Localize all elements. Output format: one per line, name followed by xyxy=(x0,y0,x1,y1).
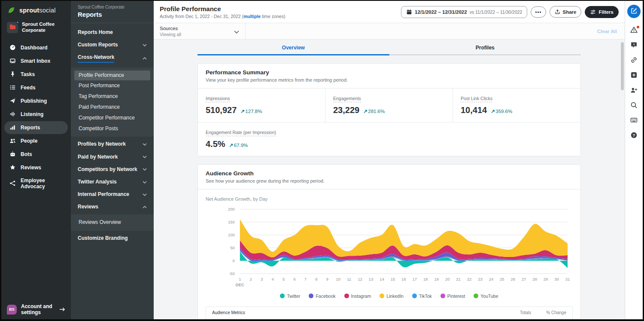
header-actions: 12/1/2022 – 12/31/2022 vs 11/1/2022 – 11… xyxy=(401,6,619,18)
chart-svg: 200150100500-501234567891011121314151617… xyxy=(206,202,573,292)
reports-nav-competitors-by-network[interactable]: Competitors by Network xyxy=(71,163,154,176)
legend-twitter[interactable]: Twitter xyxy=(280,293,300,299)
reports-nav-label: Reviews xyxy=(78,204,98,210)
svg-text:28: 28 xyxy=(532,277,537,281)
reports-nav-item-competitor-performance[interactable]: Competitor Performance xyxy=(74,113,150,123)
svg-text:DEC: DEC xyxy=(236,282,244,287)
svg-text:100: 100 xyxy=(228,232,235,237)
account-switcher[interactable]: Sprout Coffee Corporate xyxy=(1,17,71,39)
dashboard-icon xyxy=(9,44,16,51)
filters-button[interactable]: Filters xyxy=(585,6,619,18)
vertical-scrollbar[interactable] xyxy=(621,42,624,90)
add-widget-icon xyxy=(630,71,638,80)
reports-nav-item-post-performance[interactable]: Post Performance xyxy=(74,81,150,91)
multiple-timezones-link[interactable]: multiple xyxy=(243,14,261,19)
net-audience-growth-chart[interactable]: 200150100500-501234567891011121314151617… xyxy=(206,202,573,292)
clear-all-button[interactable]: Clear All xyxy=(597,29,625,34)
svg-text:17: 17 xyxy=(413,277,417,281)
sliders-icon xyxy=(590,9,596,15)
sidebar-item-listening[interactable]: Listening xyxy=(4,108,68,121)
performance-summary-card: Performance Summary View your key profil… xyxy=(197,63,581,156)
logo-text: sproutsocial xyxy=(19,7,56,14)
reports-nav-item-profile-performance[interactable]: Profile Performance xyxy=(74,70,150,81)
metric-label[interactable]: Engagements xyxy=(333,96,361,102)
area-linkedin xyxy=(240,219,568,257)
alert-triangle-button[interactable] xyxy=(630,27,638,34)
legend-linkedin[interactable]: LinkedIn xyxy=(380,293,404,299)
svg-text:50: 50 xyxy=(230,245,235,250)
svg-text:?: ? xyxy=(633,132,635,137)
more-options-button[interactable]: ••• xyxy=(531,6,546,18)
legend-pinterest[interactable]: Pinterest xyxy=(440,293,465,299)
share-button[interactable]: Share xyxy=(550,6,582,18)
reports-nav-reports-home[interactable]: Reports Home xyxy=(71,26,154,39)
chart-legend: TwitterFacebookInstagramLinkedInTikTokPi… xyxy=(206,292,573,304)
reports-nav-custom-reports[interactable]: Custom Reports xyxy=(71,39,154,51)
sidebar-item-label: Feeds xyxy=(21,85,36,91)
sidebar-item-label: Bots xyxy=(21,151,32,157)
reports-nav-customize-branding[interactable]: Customize Branding xyxy=(71,232,154,245)
robot-icon xyxy=(9,151,16,158)
reports-nav-internal-performance[interactable]: Internal Performance xyxy=(71,188,154,201)
keyboard-button[interactable] xyxy=(630,117,638,125)
feedback-bubble-button[interactable] xyxy=(630,42,638,49)
svg-text:15: 15 xyxy=(391,277,395,281)
account-and-settings[interactable]: BS Account and settings xyxy=(1,300,71,319)
reports-nav-item-competitor-posts[interactable]: Competitor Posts xyxy=(74,124,150,134)
compose-icon xyxy=(631,7,638,16)
legend-instagram[interactable]: Instagram xyxy=(344,293,371,299)
sources-dropdown[interactable]: Sources Viewing all xyxy=(160,23,246,39)
sidebar-item-people[interactable]: People xyxy=(4,135,68,147)
reports-nav-reviews[interactable]: Reviews xyxy=(71,201,154,213)
sidebar-item-feeds[interactable]: Feeds xyxy=(4,81,68,94)
svg-text:200: 200 xyxy=(228,207,235,211)
legend-facebook[interactable]: Facebook xyxy=(309,293,335,299)
metric-value: 510,927↗127.8% xyxy=(206,105,317,115)
paper-plane-icon xyxy=(9,98,16,104)
metric-engagement-rate-per-impression: Engagement Rate (per Impression)4.5%↗67.… xyxy=(198,122,325,156)
legend-tiktok[interactable]: TikTok xyxy=(412,293,432,299)
metric-label[interactable]: Impressions xyxy=(206,96,230,102)
reports-nav-item-reviews-overview[interactable]: Reviews Overview xyxy=(74,217,150,228)
svg-text:22: 22 xyxy=(467,277,472,281)
svg-text:16: 16 xyxy=(401,277,406,281)
sidebar-item-smart-inbox[interactable]: Smart Inbox xyxy=(4,55,68,67)
reports-nav-subsection: Profile PerformancePost PerformanceTag P… xyxy=(71,67,154,137)
performance-summary-subtitle: View your key profile performance metric… xyxy=(206,77,573,83)
compose-button[interactable] xyxy=(627,5,641,18)
filters-bar: Sources Viewing all Clear All xyxy=(154,23,625,40)
reports-nav-profiles-by-network[interactable]: Profiles by Network xyxy=(71,138,154,150)
metric-label[interactable]: Post Link Clicks xyxy=(461,96,492,102)
legend-dot-twitter xyxy=(280,293,285,298)
sidebar-item-bots[interactable]: Bots xyxy=(4,148,68,161)
sidebar-item-reviews[interactable]: Reviews xyxy=(4,161,68,174)
add-widget-button[interactable] xyxy=(630,72,638,79)
equalizer-icon xyxy=(9,111,16,118)
svg-text:10: 10 xyxy=(336,277,341,281)
reports-nav-label: Paid by Network xyxy=(78,154,118,160)
pin-icon xyxy=(9,71,16,78)
sidebar-item-tasks[interactable]: Tasks xyxy=(4,68,68,81)
legend-youtube[interactable]: YouTube xyxy=(474,293,498,299)
help-button[interactable]: ? xyxy=(630,132,638,140)
reports-nav-item-tag-performance[interactable]: Tag Performance xyxy=(74,92,150,102)
invite-people-button[interactable] xyxy=(630,87,638,95)
metric-label[interactable]: Engagement Rate (per Impression) xyxy=(206,130,276,136)
tab-profiles[interactable]: Profiles xyxy=(389,42,581,55)
sidebar-item-publishing[interactable]: Publishing xyxy=(4,95,68,107)
reports-nav-cross-network[interactable]: Cross-Network xyxy=(71,51,154,66)
sidebar-item-label: People xyxy=(21,138,37,144)
search-button[interactable] xyxy=(630,102,638,110)
sidebar-item-dashboard[interactable]: Dashboard xyxy=(4,41,68,54)
reports-nav-twitter-analysis[interactable]: Twitter Analysis xyxy=(71,176,154,188)
reports-nav-paid-by-network[interactable]: Paid by Network xyxy=(71,151,154,163)
link-button[interactable] xyxy=(630,57,638,64)
sidebar-item-employee-advocacy[interactable]: Employee Advocacy xyxy=(4,174,68,193)
tab-overview[interactable]: Overview xyxy=(197,42,389,55)
sprout-logo[interactable]: sproutsocial xyxy=(1,1,71,17)
reports-nav-item-paid-performance[interactable]: Paid Performance xyxy=(74,102,150,113)
sidebar-item-reports[interactable]: Reports xyxy=(4,121,68,134)
reports-nav-subsection: Reviews Overview xyxy=(71,214,154,231)
date-range-button[interactable]: 12/1/2022 – 12/31/2022 vs 11/1/2022 – 11… xyxy=(401,6,527,18)
legend-dot-tiktok xyxy=(412,293,417,298)
